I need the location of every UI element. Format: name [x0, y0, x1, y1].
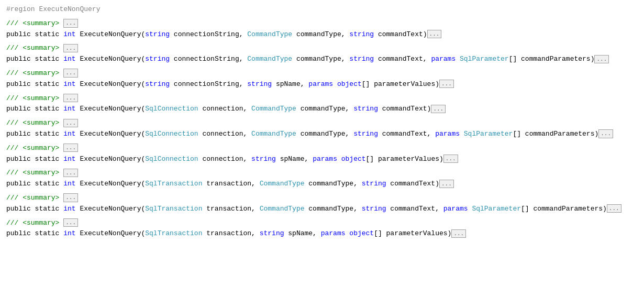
- code-collapsed[interactable]: ...: [431, 105, 446, 113]
- code-token: SqlParameter: [464, 130, 513, 138]
- code-token: params: [443, 205, 468, 213]
- code-token: int: [63, 80, 75, 88]
- code-token: [456, 55, 460, 63]
- code-token: string: [145, 30, 170, 38]
- code-line-5: public static int ExecuteNonQuery(SqlCon…: [6, 154, 638, 165]
- code-collapsed[interactable]: ...: [427, 30, 442, 38]
- summary-collapsed[interactable]: ...: [63, 119, 78, 127]
- code-collapsed[interactable]: ...: [607, 204, 621, 213]
- code-token: int: [63, 30, 75, 38]
- summary-5: /// <summary> ...: [6, 143, 638, 154]
- code-token: ExecuteNonQuery(: [76, 80, 146, 88]
- code-token: string: [353, 130, 378, 138]
- code-token: object: [341, 155, 366, 163]
- summary-collapsed[interactable]: ...: [63, 69, 78, 77]
- summary-collapsed[interactable]: ...: [63, 94, 78, 102]
- code-token: connection,: [198, 155, 251, 163]
- summary-6: /// <summary> ...: [6, 168, 638, 179]
- code-token: int: [63, 229, 75, 237]
- summary-1: /// <summary> ...: [6, 43, 638, 54]
- code-token: connection,: [198, 130, 251, 138]
- code-token: [] commandParameters): [521, 205, 607, 213]
- code-container: /// <summary> ...public static int Execu…: [6, 18, 638, 239]
- code-line-0: public static int ExecuteNonQuery(string…: [6, 29, 638, 40]
- code-collapsed[interactable]: ...: [443, 155, 458, 163]
- code-block-2: /// <summary> ...public static int Execu…: [6, 68, 638, 90]
- region-declaration: #region ExecuteNonQuery: [6, 4, 638, 15]
- summary-0: /// <summary> ...: [6, 18, 638, 29]
- code-token: CommandType: [260, 180, 305, 188]
- code-token: SqlConnection: [145, 105, 198, 113]
- code-token: SqlParameter: [472, 205, 521, 213]
- code-collapsed[interactable]: ...: [439, 80, 454, 88]
- code-line-3: public static int ExecuteNonQuery(SqlCon…: [6, 104, 638, 115]
- code-token: string: [251, 155, 276, 163]
- code-block-4: /// <summary> ...public static int Execu…: [6, 118, 638, 140]
- summary-collapsed[interactable]: ...: [63, 169, 78, 177]
- code-token: int: [63, 180, 75, 188]
- code-token: public static: [6, 205, 63, 213]
- summary-4: /// <summary> ...: [6, 118, 638, 129]
- code-token: [] commandParameters): [513, 130, 598, 138]
- code-collapsed[interactable]: ...: [451, 229, 466, 238]
- summary-collapsed[interactable]: ...: [63, 44, 78, 52]
- code-token: commandText,: [378, 130, 435, 138]
- code-token: object: [337, 80, 362, 88]
- code-line-8: public static int ExecuteNonQuery(SqlTra…: [6, 228, 638, 239]
- code-token: [337, 155, 341, 163]
- summary-collapsed[interactable]: ...: [63, 144, 78, 152]
- code-block-7: /// <summary> ...public static int Execu…: [6, 193, 638, 215]
- code-token: ExecuteNonQuery(: [76, 105, 146, 113]
- code-token: string: [145, 55, 170, 63]
- summary-collapsed[interactable]: ...: [63, 218, 78, 227]
- code-collapsed[interactable]: ...: [598, 129, 613, 138]
- code-token: commandText): [374, 30, 427, 38]
- summary-collapsed[interactable]: ...: [63, 19, 78, 27]
- code-token: [] commandParameters): [509, 55, 595, 63]
- code-block-0: /// <summary> ...public static int Execu…: [6, 18, 638, 40]
- code-token: connectionString,: [170, 80, 247, 88]
- code-block-8: /// <summary> ...public static int Execu…: [6, 218, 638, 240]
- code-token: int: [63, 105, 75, 113]
- code-token: SqlTransaction: [145, 180, 202, 188]
- code-block-1: /// <summary> ...public static int Execu…: [6, 43, 638, 65]
- code-token: public static: [6, 80, 63, 88]
- code-token: connectionString,: [170, 30, 247, 38]
- code-token: ExecuteNonQuery(: [76, 130, 146, 138]
- code-token: string: [349, 55, 374, 63]
- code-token: SqlTransaction: [145, 205, 202, 213]
- code-token: int: [63, 205, 75, 213]
- code-token: public static: [6, 130, 63, 138]
- code-token: SqlTransaction: [145, 229, 202, 237]
- code-token: commandText): [378, 105, 431, 113]
- code-token: params: [321, 229, 346, 237]
- summary-7: /// <summary> ...: [6, 193, 638, 204]
- code-token: params: [313, 155, 337, 163]
- code-token: commandType,: [292, 55, 349, 63]
- code-token: string: [362, 205, 386, 213]
- code-token: string: [247, 80, 272, 88]
- code-token: object: [349, 229, 374, 237]
- code-token: connectionString,: [170, 55, 247, 63]
- code-token: commandType,: [296, 105, 353, 113]
- code-line-6: public static int ExecuteNonQuery(SqlTra…: [6, 179, 638, 190]
- code-token: [] parameterValues): [366, 155, 443, 163]
- code-token: connection,: [198, 105, 251, 113]
- code-token: string: [353, 105, 378, 113]
- summary-8: /// <summary> ...: [6, 218, 638, 229]
- code-token: [] parameterValues): [362, 80, 439, 88]
- code-block-5: /// <summary> ...public static int Execu…: [6, 143, 638, 165]
- code-block-6: /// <summary> ...public static int Execu…: [6, 168, 638, 190]
- code-collapsed[interactable]: ...: [439, 180, 454, 188]
- code-token: string: [260, 229, 284, 237]
- code-token: string: [349, 30, 374, 38]
- code-token: int: [63, 130, 75, 138]
- code-collapsed[interactable]: ...: [594, 55, 609, 63]
- code-token: int: [63, 155, 75, 163]
- summary-collapsed[interactable]: ...: [63, 193, 78, 202]
- code-token: public static: [6, 180, 63, 188]
- code-line-2: public static int ExecuteNonQuery(string…: [6, 79, 638, 90]
- code-token: commandText,: [374, 55, 431, 63]
- code-token: ExecuteNonQuery(: [76, 55, 146, 63]
- code-token: public static: [6, 55, 63, 63]
